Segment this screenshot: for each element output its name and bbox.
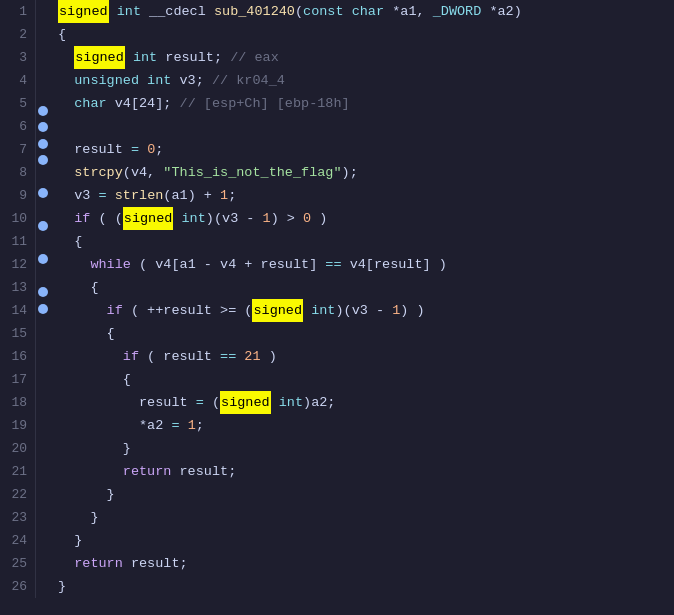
bp-13[interactable] (38, 205, 48, 215)
code-viewer: 1 2 3 4 5 6 7 8 9 10 11 12 13 14 15 16 1… (0, 0, 674, 598)
code-line-14: if ( ++result >= (signed int)(v3 - 1) ) (58, 299, 666, 322)
code-line-2: { (58, 23, 666, 46)
keyword-signed-1: signed (58, 0, 109, 23)
bp-26[interactable] (38, 419, 48, 429)
code-line-1: signed int __cdecl sub_401240(const char… (58, 0, 666, 23)
bp-4[interactable] (38, 56, 48, 66)
bp-9[interactable] (38, 139, 48, 149)
code-line-24: } (58, 529, 666, 552)
bp-21[interactable] (38, 337, 48, 347)
keyword-signed-4: signed (252, 299, 303, 322)
code-line-21: return result; (58, 460, 666, 483)
bp-17[interactable] (38, 271, 48, 281)
code-line-7: result = 0; (58, 138, 666, 161)
code-line-13: { (58, 276, 666, 299)
code-line-25: return result; (58, 552, 666, 575)
bp-19[interactable] (38, 304, 48, 314)
code-line-10: if ( (signed int)(v3 - 1) > 0 ) (58, 207, 666, 230)
code-line-8: strcpy(v4, "This_is_not_the_flag"); (58, 161, 666, 184)
code-line-12: while ( v4[a1 - v4 + result] == v4[resul… (58, 253, 666, 276)
line-numbers: 1 2 3 4 5 6 7 8 9 10 11 12 13 14 15 16 1… (0, 0, 36, 598)
bp-12[interactable] (38, 188, 48, 198)
bp-3[interactable] (38, 40, 48, 50)
bp-15[interactable] (38, 238, 48, 248)
code-line-17: { (58, 368, 666, 391)
code-line-3: signed int result; // eax (58, 46, 666, 69)
bp-14[interactable] (38, 221, 48, 231)
code-line-20: } (58, 437, 666, 460)
bp-1[interactable] (38, 7, 48, 17)
code-line-22: } (58, 483, 666, 506)
keyword-signed-2: signed (74, 46, 125, 69)
code-line-23: } (58, 506, 666, 529)
keyword-signed-3: signed (123, 207, 174, 230)
code-line-26: } (58, 575, 666, 598)
bp-10[interactable] (38, 155, 48, 165)
bp-2[interactable] (38, 23, 48, 33)
code-line-9: v3 = strlen(a1) + 1; (58, 184, 666, 207)
code-line-11: { (58, 230, 666, 253)
bp-6[interactable] (38, 89, 48, 99)
bp-24[interactable] (38, 386, 48, 396)
keyword-signed-5: signed (220, 391, 271, 414)
bp-25[interactable] (38, 403, 48, 413)
code-line-5: char v4[24]; // [esp+Ch] [ebp-18h] (58, 92, 666, 115)
breakpoints-column (36, 0, 50, 598)
code-content: signed int __cdecl sub_401240(const char… (50, 0, 674, 598)
bp-22[interactable] (38, 353, 48, 363)
bp-7[interactable] (38, 106, 48, 116)
bp-23[interactable] (38, 370, 48, 380)
bp-16[interactable] (38, 254, 48, 264)
code-line-4: unsigned int v3; // kr04_4 (58, 69, 666, 92)
bp-20[interactable] (38, 320, 48, 330)
code-line-6 (58, 115, 666, 138)
bp-5[interactable] (38, 73, 48, 83)
bp-18[interactable] (38, 287, 48, 297)
code-line-15: { (58, 322, 666, 345)
code-line-19: *a2 = 1; (58, 414, 666, 437)
code-line-16: if ( result == 21 ) (58, 345, 666, 368)
code-line-18: result = (signed int)a2; (58, 391, 666, 414)
bp-11[interactable] (38, 172, 48, 182)
bp-8[interactable] (38, 122, 48, 132)
